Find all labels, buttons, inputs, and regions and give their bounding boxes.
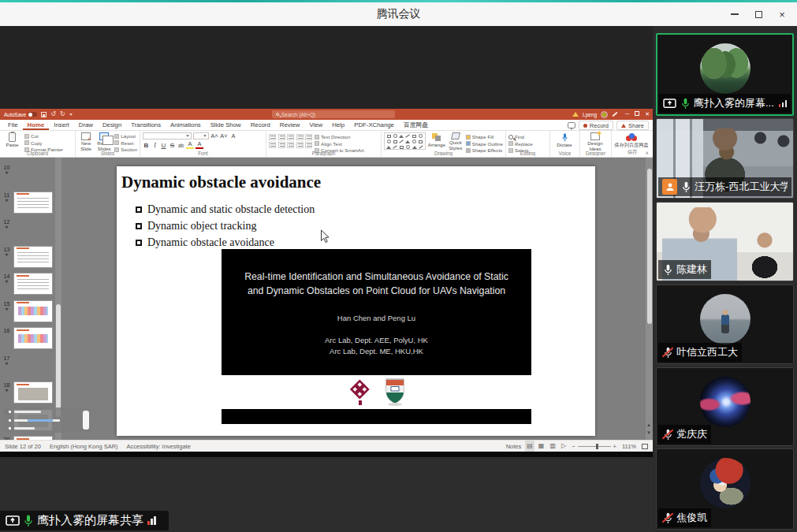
ribbon-tab[interactable]: Animations bbox=[166, 120, 206, 130]
ribbon-tab[interactable]: Insert bbox=[49, 120, 74, 130]
slide-bullet-list[interactable]: Dynamic and static obstacle detection Dy… bbox=[136, 201, 315, 251]
language-indicator[interactable]: English (Hong Kong SAR) bbox=[50, 443, 118, 450]
text-direction-button[interactable]: Text Direction bbox=[315, 134, 364, 140]
ribbon-tab[interactable]: Draw bbox=[74, 120, 98, 130]
font-name-select[interactable] bbox=[143, 132, 192, 140]
video-progress-bar[interactable] bbox=[222, 409, 531, 424]
redo-icon[interactable]: ↻ bbox=[60, 110, 65, 118]
participant-tile[interactable]: 焦俊凯 bbox=[656, 448, 794, 530]
save-to-baidu-button[interactable]: 保存到百度网盘 bbox=[614, 132, 649, 150]
zoom-level[interactable]: 111% bbox=[622, 443, 636, 450]
font-style-button[interactable]: S bbox=[169, 142, 176, 149]
columns-button[interactable] bbox=[305, 142, 312, 148]
bullets-button[interactable] bbox=[269, 134, 276, 140]
slide-thumbnail[interactable]: 16 ★ bbox=[0, 327, 61, 350]
ppt-close-button[interactable]: ✕ bbox=[645, 111, 650, 117]
next-slide-icon[interactable]: ▼ bbox=[646, 430, 651, 435]
notes-button[interactable]: Notes bbox=[506, 443, 522, 450]
slide-thumbnail[interactable]: 11 ★ bbox=[0, 192, 61, 214]
shape-outline-button[interactable]: Shape Outline bbox=[466, 141, 503, 147]
zoom-slider[interactable]: −+ bbox=[572, 443, 616, 450]
line-spacing-button[interactable] bbox=[305, 134, 312, 140]
embedded-video[interactable]: Real-time Identification and Simultaneou… bbox=[222, 249, 531, 424]
ppt-minimize-button[interactable]: ─ bbox=[625, 111, 629, 117]
shape-gallery[interactable] bbox=[384, 132, 426, 150]
participant-tile[interactable]: 汪万栋-西北工业大学 bbox=[656, 118, 794, 199]
collapse-ribbon-icon[interactable]: ∧ bbox=[646, 150, 649, 155]
pen-icon[interactable] bbox=[612, 112, 617, 117]
design-ideas-button[interactable]: Design Ideas bbox=[583, 132, 608, 150]
ribbon-tab[interactable]: 百度网盘 bbox=[399, 120, 433, 130]
floating-overlay[interactable] bbox=[2, 407, 91, 433]
ppt-restore-button[interactable] bbox=[635, 111, 639, 116]
comments-icon[interactable] bbox=[568, 122, 575, 128]
minimize-button[interactable] bbox=[723, 2, 747, 26]
quick-styles-button[interactable]: Quick Styles bbox=[448, 132, 464, 150]
close-button[interactable]: × bbox=[770, 2, 794, 26]
layout-button[interactable]: Layout bbox=[114, 133, 137, 139]
slide-canvas[interactable]: Dynamic obstacle avoidance Dynamic and s… bbox=[117, 166, 595, 436]
slide-thumbnail[interactable]: 14 ★ bbox=[0, 273, 61, 296]
save-icon[interactable] bbox=[41, 112, 47, 117]
quick-access-dropdown-icon[interactable] bbox=[69, 113, 73, 116]
copy-button[interactable]: Copy bbox=[24, 140, 63, 146]
shrink-font-button[interactable]: A˅ bbox=[220, 132, 228, 140]
font-style-button[interactable]: U bbox=[160, 142, 167, 149]
account-avatar[interactable] bbox=[601, 111, 608, 118]
share-button[interactable]: Share bbox=[616, 121, 649, 130]
maximize-button[interactable] bbox=[747, 2, 770, 26]
thumbnail-scrollbar[interactable] bbox=[55, 158, 61, 440]
reset-button[interactable]: Reset bbox=[114, 140, 137, 146]
grow-font-button[interactable]: A˄ bbox=[210, 132, 218, 140]
ribbon-tab[interactable]: Record bbox=[246, 120, 275, 130]
slide-thumbnail[interactable]: 10 ★ bbox=[0, 164, 61, 187]
reading-view-icon[interactable]: ▥ bbox=[549, 442, 556, 450]
slide-sorter-view-icon[interactable]: ▦ bbox=[538, 442, 545, 450]
dictate-button[interactable]: Dictate bbox=[553, 132, 576, 150]
record-button[interactable]: Record bbox=[579, 121, 613, 130]
shape-fill-button[interactable]: Shape Fill bbox=[466, 134, 503, 140]
increase-indent-button[interactable] bbox=[296, 134, 304, 140]
decrease-indent-button[interactable] bbox=[287, 134, 294, 140]
ribbon-tab[interactable]: View bbox=[304, 120, 327, 130]
fit-to-window-icon[interactable] bbox=[642, 444, 648, 449]
ribbon-tab[interactable]: PDF-XChange bbox=[349, 120, 399, 130]
participant-tile[interactable]: 鹰扑入雾的屏幕... bbox=[656, 33, 794, 116]
align-text-button[interactable]: Align Text bbox=[315, 141, 364, 147]
autosave-toggle[interactable]: AutoSave bbox=[4, 112, 37, 117]
normal-view-icon[interactable]: ▤ bbox=[527, 442, 533, 450]
slide-thumbnail[interactable]: 17 ★ bbox=[0, 355, 61, 378]
participant-tile[interactable]: 叶信立西工大 bbox=[656, 285, 794, 364]
clear-formatting-button[interactable]: A bbox=[229, 132, 237, 140]
new-slide-button[interactable]: New Slide bbox=[78, 132, 94, 150]
participant-tile[interactable]: 陈建林 bbox=[656, 202, 794, 281]
ribbon-tab[interactable]: File bbox=[3, 120, 23, 130]
ribbon-tab[interactable]: Review bbox=[275, 120, 305, 130]
highlight-color-button[interactable]: A bbox=[186, 141, 194, 149]
arrange-button[interactable]: Arrange bbox=[428, 132, 445, 150]
font-style-button[interactable]: I bbox=[151, 142, 158, 149]
font-style-button[interactable]: B bbox=[143, 142, 150, 149]
font-color-button[interactable]: A bbox=[196, 141, 203, 149]
account-name[interactable]: Lpeng bbox=[583, 112, 597, 117]
ribbon-tab[interactable]: Slide Show bbox=[206, 120, 246, 130]
font-size-select[interactable] bbox=[193, 132, 209, 140]
font-style-button[interactable]: ab bbox=[177, 143, 184, 148]
ribbon-tab[interactable]: Transitions bbox=[126, 120, 166, 130]
participant-tile[interactable]: 党庆庆 bbox=[656, 367, 794, 446]
align-center-button[interactable] bbox=[278, 142, 285, 148]
slideshow-view-icon[interactable]: ▷ bbox=[561, 442, 566, 450]
cut-button[interactable]: Cut bbox=[24, 133, 63, 139]
slide-thumbnail[interactable]: 12 ★ bbox=[0, 218, 61, 241]
previous-slide-icon[interactable]: ▲ bbox=[646, 422, 651, 427]
slide-title[interactable]: Dynamic obstacle avoidance bbox=[121, 173, 321, 192]
reuse-slides-button[interactable]: Reuse Slides bbox=[96, 132, 112, 150]
justify-button[interactable] bbox=[296, 142, 304, 148]
ribbon-tab[interactable]: Help bbox=[327, 120, 349, 130]
slide-thumbnail[interactable]: 15 ★ bbox=[0, 300, 61, 323]
search-input[interactable]: Search (Alt+Q) bbox=[272, 110, 395, 118]
slide-thumbnail[interactable]: 13 ★ bbox=[0, 246, 61, 269]
numbering-button[interactable] bbox=[278, 134, 285, 140]
replace-button[interactable]: Replace bbox=[508, 141, 533, 147]
slide-thumbnail[interactable]: 18 ★ bbox=[0, 381, 61, 404]
